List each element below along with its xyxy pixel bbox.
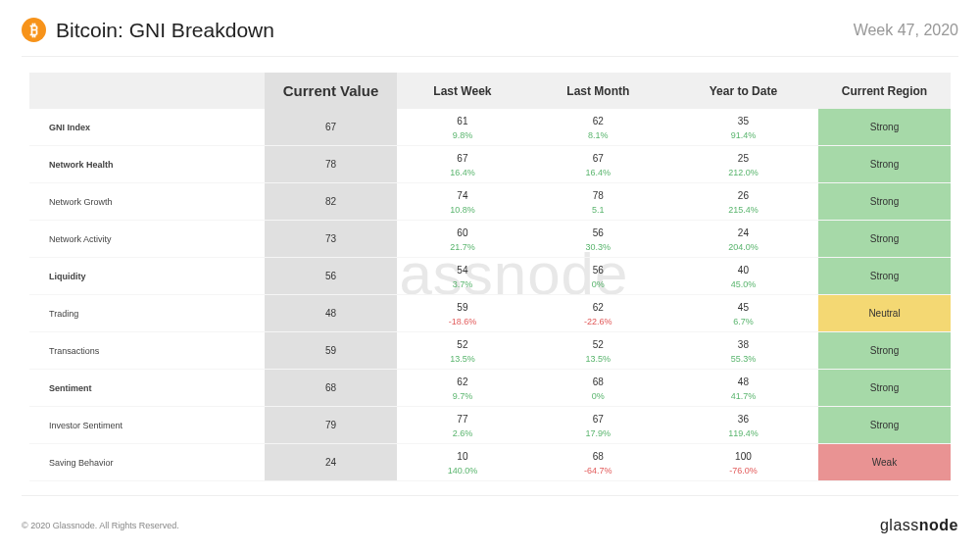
last-week: 6716.4% [397,146,528,183]
region-badge: Strong [818,332,951,370]
last-month: 680% [528,370,668,407]
metric-name: Network Activity [29,221,265,258]
brand-logo: glassnode [880,517,958,534]
metric-name: Network Growth [29,183,265,221]
ytd: 36119.4% [668,407,818,444]
page-title: Bitcoin: GNI Breakdown [56,19,274,42]
last-week: 7410.8% [397,183,528,221]
region-badge: Strong [818,221,951,258]
region-badge: Strong [818,109,951,146]
last-month: 5630.3% [528,221,668,258]
metric-name: Transactions [29,332,265,370]
region-badge: Weak [818,444,951,481]
region-badge: Strong [818,370,951,407]
last-month: 628.1% [528,109,668,146]
ytd: 4045.0% [668,258,818,295]
bitcoin-icon: ₿ [22,18,46,42]
table-row: Sentiment68629.7%680%4841.7%Strong [29,370,951,407]
current-value: 78 [265,146,397,183]
ytd: 456.7% [668,295,818,332]
last-week: 6021.7% [397,221,528,258]
col-last-week: Last Week [397,73,528,109]
table-row: Network Growth827410.8%785.126215.4%Stro… [29,183,951,221]
last-month: 560% [528,258,668,295]
region-badge: Strong [818,183,951,221]
table-row: GNI Index67619.8%628.1%3591.4%Strong [29,109,951,146]
metric-name: Network Health [29,146,265,183]
table-row: Investor Sentiment79772.6%6717.9%36119.4… [29,407,951,444]
ytd: 4841.7% [668,370,818,407]
current-value: 56 [265,258,397,295]
ytd: 3591.4% [668,109,818,146]
metric-name: Trading [29,295,265,332]
table-row: Saving Behavior2410140.0%68-64.7%100-76.… [29,444,951,481]
copyright: © 2020 Glassnode. All Rights Reserved. [22,521,179,530]
metric-name: Investor Sentiment [29,407,265,444]
last-week: 629.7% [397,370,528,407]
last-week: 59-18.6% [397,295,528,332]
table-row: Transactions595213.5%5213.5%3855.3%Stron… [29,332,951,370]
last-month: 5213.5% [528,332,668,370]
ytd: 24204.0% [668,221,818,258]
current-value: 24 [265,444,397,481]
footer: © 2020 Glassnode. All Rights Reserved. g… [0,517,980,534]
current-value: 67 [265,109,397,146]
current-value: 73 [265,221,397,258]
current-value: 48 [265,295,397,332]
current-value: 59 [265,332,397,370]
last-week: 5213.5% [397,332,528,370]
last-week: 10140.0% [397,444,528,481]
region-badge: Strong [818,407,951,444]
col-region: Current Region [818,73,951,109]
col-metric [29,73,265,109]
region-badge: Strong [818,258,951,295]
current-value: 79 [265,407,397,444]
region-badge: Neutral [818,295,951,332]
table-row: Liquidity56543.7%560%4045.0%Strong [29,258,951,295]
ytd: 26215.4% [668,183,818,221]
last-week: 772.6% [397,407,528,444]
last-week: 543.7% [397,258,528,295]
table-row: Network Health786716.4%6716.4%25212.0%St… [29,146,951,183]
gni-table: Current Value Last Week Last Month Year … [29,73,951,481]
metric-name: Liquidity [29,258,265,295]
current-value: 68 [265,370,397,407]
header: ₿ Bitcoin: GNI Breakdown Week 47, 2020 [0,0,980,56]
ytd: 25212.0% [668,146,818,183]
region-badge: Strong [818,146,951,183]
table-row: Trading4859-18.6%62-22.6%456.7%Neutral [29,295,951,332]
metric-name: Sentiment [29,370,265,407]
last-month: 68-64.7% [528,444,668,481]
table-row: Network Activity736021.7%5630.3%24204.0%… [29,221,951,258]
last-month: 62-22.6% [528,295,668,332]
divider [22,495,958,496]
ytd: 100-76.0% [668,444,818,481]
last-month: 6717.9% [528,407,668,444]
col-last-month: Last Month [528,73,668,109]
week-label: Week 47, 2020 [854,22,958,39]
last-month: 6716.4% [528,146,668,183]
last-month: 785.1 [528,183,668,221]
current-value: 82 [265,183,397,221]
col-ytd: Year to Date [668,73,818,109]
metric-name: GNI Index [29,109,265,146]
ytd: 3855.3% [668,332,818,370]
last-week: 619.8% [397,109,528,146]
col-current-value: Current Value [265,73,397,109]
metric-name: Saving Behavior [29,444,265,481]
